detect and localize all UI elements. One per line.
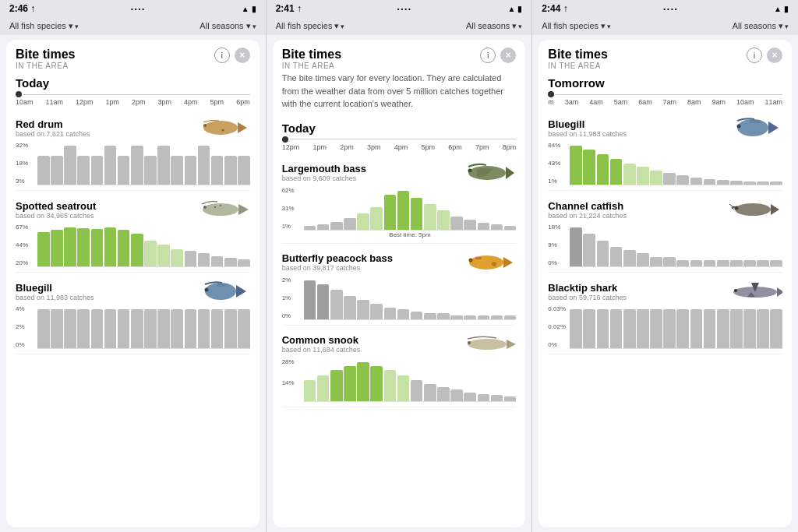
- chart-bar: [397, 191, 410, 230]
- chart-bar: [224, 258, 237, 266]
- chart-bars: [570, 142, 782, 185]
- chart-bar: [583, 150, 595, 185]
- status-bar: 2:44 ↑ •••• ▲ ▮: [532, 0, 798, 17]
- chart-bar: [663, 309, 676, 348]
- chart-bar: [118, 309, 130, 348]
- fish-name-group: Blacktip shark based on 59,716 catches: [548, 282, 627, 301]
- chart-baseline: [570, 266, 782, 267]
- seasons-filter[interactable]: All seasons ▾: [200, 21, 256, 31]
- chart-bar: [464, 220, 476, 229]
- filter-bar: All fish species ▾ All seasons ▾: [267, 17, 532, 35]
- chart-bar: [171, 156, 183, 185]
- chart-baseline: [304, 401, 517, 402]
- chart-wrapper: 62%31%1%Best time: 5pm: [282, 187, 517, 238]
- info-button[interactable]: i: [214, 48, 230, 63]
- chart-bar: [650, 309, 662, 348]
- chart-bar: [450, 389, 463, 400]
- chart-bar: [450, 315, 463, 319]
- chart-bar: [211, 256, 224, 266]
- chart-bar: [730, 309, 743, 348]
- chart-bar: [357, 213, 369, 229]
- chart-bar: [224, 309, 237, 348]
- chart-baseline: [37, 185, 250, 185]
- timeline-label: 12pm: [76, 98, 94, 106]
- chart-bar: [238, 259, 250, 266]
- info-button[interactable]: i: [747, 48, 762, 63]
- chart-bar: [330, 222, 343, 230]
- close-button[interactable]: ×: [500, 48, 516, 63]
- chart-pct-label: 20%: [16, 259, 28, 266]
- chart-pct-labels: 32%18%3%: [16, 142, 28, 185]
- chart-bar: [743, 260, 756, 266]
- chart-bar: [37, 232, 50, 266]
- fish-name: Common snook: [282, 334, 361, 346]
- fish-section-0: Largemouth bass based on 9,609 catches 6…: [282, 160, 517, 244]
- chart-bar: [704, 309, 716, 348]
- chart-pct-label: 18%: [548, 224, 560, 231]
- timeline-labels: 12pm1pm2pm3pm4pm5pm6pm7pm8pm: [282, 143, 517, 151]
- chart-bar: [344, 218, 356, 230]
- chart-bar: [637, 167, 649, 185]
- bite-times-panel: Bite times IN THE AREA i × Tomorrowm3am4…: [538, 40, 792, 527]
- svg-point-21: [468, 339, 507, 350]
- chart-bars: [37, 224, 250, 266]
- chart-bar: [491, 315, 503, 319]
- chart-bar: [424, 384, 436, 400]
- timeline-dot: [282, 136, 288, 143]
- chart-bar: [357, 362, 369, 401]
- svg-point-2: [203, 124, 207, 127]
- fish-name: Spotted seatrout: [16, 200, 96, 212]
- species-filter[interactable]: All fish species ▾: [276, 21, 345, 31]
- chart-bars: [37, 305, 250, 348]
- chart-bar: [504, 396, 517, 400]
- chart-baseline: [37, 266, 250, 267]
- seasons-filter[interactable]: All seasons ▾: [733, 21, 789, 31]
- chart-pct-label: 18%: [16, 160, 28, 167]
- status-time: 2:41 ↑: [276, 3, 302, 14]
- fish-section-2: Common snook based on 11,684 catches 28%…: [282, 332, 517, 407]
- close-button[interactable]: ×: [767, 48, 782, 63]
- chart-bar: [344, 296, 356, 319]
- chart-bars: [304, 187, 517, 230]
- fish-catches: based on 9,609 catches: [282, 174, 366, 182]
- species-filter[interactable]: All fish species ▾: [9, 21, 79, 31]
- fish-name-group: Common snook based on 11,684 catches: [282, 334, 361, 354]
- chart-bar: [370, 207, 383, 229]
- seasons-filter[interactable]: All seasons ▾: [466, 21, 522, 31]
- chart-bar: [224, 156, 237, 185]
- filter-bar: All fish species ▾ All seasons ▾: [532, 17, 798, 35]
- svg-point-26: [737, 125, 741, 129]
- svg-point-18: [469, 258, 473, 262]
- chart-bar: [637, 253, 649, 266]
- timeline-label: 8pm: [503, 143, 517, 151]
- info-button[interactable]: i: [480, 48, 496, 63]
- status-dots: ••••: [131, 5, 146, 12]
- close-button[interactable]: ×: [235, 48, 250, 63]
- chart-pct-labels: 0.03%0.02%0%: [548, 305, 566, 348]
- chart-baseline: [570, 185, 782, 185]
- chart-bar: [597, 241, 609, 266]
- chart-pct-label: 2%: [16, 323, 25, 330]
- chart-bar: [717, 180, 729, 185]
- fish-name: Largemouth bass: [282, 163, 366, 174]
- chart-bar: [157, 309, 170, 348]
- fish-header: Bluegill based on 11,983 catches: [548, 115, 782, 140]
- fish-catches: based on 11,983 catches: [548, 130, 627, 138]
- chart-wrapper: 2%1%0%: [282, 277, 517, 320]
- panel-subtitle: IN THE AREA: [16, 62, 75, 70]
- fish-section-2: Bluegill based on 11,983 catches 4%2%0%: [16, 279, 250, 354]
- species-filter[interactable]: All fish species ▾: [542, 21, 611, 31]
- status-bar: 2:41 ↑ •••• ▲ ▮: [267, 0, 532, 17]
- chart-bar: [397, 309, 410, 319]
- chart-bar: [770, 181, 782, 185]
- battery-icon: ▮: [252, 5, 256, 13]
- phones-container: 2:46 ↑ •••• ▲ ▮ All fish species ▾ All s…: [0, 0, 798, 532]
- chart-wrapper: 4%2%0%: [16, 305, 250, 349]
- timeline-label: 10am: [16, 98, 34, 106]
- fish-image: [728, 115, 782, 140]
- panel-header: Bite times IN THE AREA i ×: [282, 48, 517, 70]
- chart-pct-label: 43%: [548, 160, 560, 167]
- chart-wrapper: 0.03%0.02%0%: [548, 305, 782, 349]
- timeline-label: 2pm: [132, 98, 146, 106]
- fish-header: Spotted seatrout based on 34,965 catches: [16, 197, 250, 222]
